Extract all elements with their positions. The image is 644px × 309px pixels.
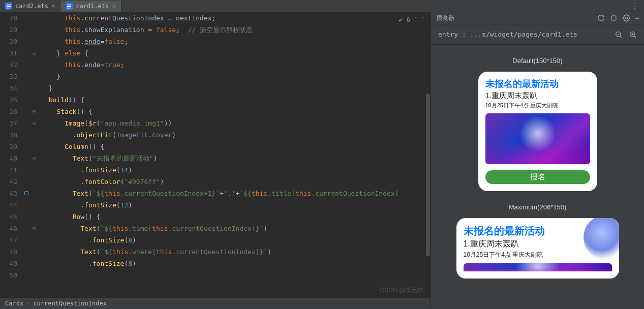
card-subtitle: 1.重庆周末轰趴 (464, 239, 612, 250)
tab-label: card1.ets (76, 3, 109, 10)
zoom-in-icon[interactable] (629, 30, 637, 39)
check-icon: ✔ (399, 14, 403, 26)
editor-tab-bar: card2.ets × card1.ets × ⋮ (0, 0, 644, 12)
code-line[interactable]: .fontSize(8) (39, 258, 431, 269)
ets-file-icon (5, 3, 12, 10)
svg-point-8 (625, 17, 627, 19)
ets-file-icon (66, 3, 73, 10)
signup-button[interactable]: 报名 (485, 170, 590, 184)
preview-subheader: entry : ...s/widget/pages/card1.ets (431, 24, 644, 45)
svg-rect-2 (7, 6, 11, 7)
close-icon[interactable]: × (112, 3, 115, 10)
code-line[interactable]: Stack() { (39, 106, 431, 117)
tab-label: card2.ets (15, 3, 48, 10)
card-meta: 10月25日下午4点 重庆大剧院 (485, 102, 590, 109)
code-area[interactable]: 2829303132333435363738394041424344454647… (0, 12, 431, 297)
code-line[interactable]: .fontSize(12) (39, 199, 431, 211)
preview-panel: 预览器 — entry : ...s/widget/pages/card1.et… (431, 12, 644, 309)
code-line[interactable]: Text("未报名的最新活动") (39, 152, 431, 164)
breakpoint-column[interactable] (23, 12, 29, 297)
code-line[interactable]: this.ende=true; (39, 59, 431, 71)
breadcrumb-leaf[interactable]: currentQuestionIndex (33, 300, 107, 307)
breadcrumb[interactable]: Cardx › currentQuestionIndex (0, 297, 431, 309)
card-subtitle: 1.重庆周末轰趴 (485, 91, 590, 101)
svg-rect-7 (67, 8, 70, 9)
code-line[interactable]: } (39, 71, 431, 82)
code-line[interactable]: .fontColor("#0076ff") (39, 176, 431, 188)
preview-entry: entry : ...s/widget/pages/card1.ets (438, 30, 608, 38)
svg-rect-1 (7, 5, 11, 6)
code-line[interactable]: this.ende=false; (39, 36, 431, 47)
refresh-icon[interactable] (597, 14, 605, 22)
gutter[interactable]: 2829303132333435363738394041424344454647… (0, 12, 23, 297)
code-line[interactable]: .fontSize(14) (39, 164, 431, 176)
card-meta: 10月25日下午4点 重庆大剧院 (464, 251, 612, 259)
code-lines[interactable]: this.currentQuestionIndex = nextIndex; t… (39, 12, 431, 297)
preview-title: 预览器 (436, 14, 592, 22)
tab-card1[interactable]: card1.ets × (60, 1, 121, 12)
gear-icon[interactable] (623, 14, 630, 22)
code-line[interactable]: Text(`${this.currentQuestionIndex+1}`+'.… (39, 188, 431, 199)
chevron-down-icon[interactable]: ˅ (421, 14, 424, 26)
code-line[interactable]: Text(`${this.where[this.currentQuestionI… (39, 246, 431, 258)
svg-rect-3 (7, 8, 9, 9)
code-line[interactable]: Row() { (39, 211, 431, 223)
preview-card[interactable]: 未报名的最新活动1.重庆周末轰趴10月25日下午4点 重庆大剧院报名 (478, 72, 597, 191)
svg-rect-6 (67, 6, 71, 7)
layout-icon[interactable] (610, 14, 618, 22)
watermark: CSDN @李元静 (380, 286, 423, 295)
zoom-out-icon[interactable] (615, 30, 623, 39)
code-line[interactable]: Image($r("app.media.img1")) (39, 117, 431, 129)
code-line[interactable]: .objectFit(ImageFit.Cover) (39, 129, 431, 141)
close-icon[interactable]: × (51, 3, 55, 10)
main-row: 2829303132333435363738394041424344454647… (0, 12, 644, 309)
breadcrumb-root[interactable]: Cardx (5, 300, 23, 307)
code-line[interactable]: Text(`${this.time[this.currentQuestionIn… (39, 223, 431, 234)
card-image (464, 263, 612, 271)
fold-column[interactable]: ⊟⊟⊟⊟⊟ (29, 12, 39, 297)
chevron-up-icon[interactable]: ˄ (414, 14, 417, 26)
preview-size-label: Maximum(206*150) (431, 203, 644, 211)
code-line[interactable]: this.showExplanation = false; // 清空显示解析状… (39, 24, 431, 36)
tab-overflow-icon[interactable]: ⋮ (626, 1, 644, 11)
preview-card[interactable]: 未报名的最新活动1.重庆周末轰趴10月25日下午4点 重庆大剧院 (456, 218, 619, 279)
code-line[interactable]: build() { (39, 94, 431, 106)
minimize-icon[interactable]: — (635, 15, 639, 22)
code-line[interactable]: Column() { (39, 141, 431, 152)
card-title: 未报名的最新活动 (464, 224, 612, 238)
problems-count[interactable]: 6 (407, 14, 410, 26)
code-line[interactable]: } else { (39, 47, 431, 59)
code-indicators: ✔ 6 ˄ ˅ (399, 14, 424, 26)
card-title: 未报名的最新活动 (485, 78, 590, 90)
svg-rect-5 (67, 5, 71, 6)
editor-scrollbar[interactable] (425, 12, 431, 297)
preview-body[interactable]: Default(150*150)未报名的最新活动1.重庆周末轰趴10月25日下午… (431, 45, 644, 309)
card-image (485, 113, 590, 164)
scrollbar-thumb[interactable] (426, 94, 430, 256)
tab-card2[interactable]: card2.ets × (0, 1, 60, 12)
preview-size-label: Default(150*150) (431, 57, 644, 65)
code-line[interactable]: .fontSize(8) (39, 234, 431, 246)
code-line[interactable]: } (39, 82, 431, 94)
code-line[interactable]: this.currentQuestionIndex = nextIndex; (39, 12, 431, 24)
preview-header: 预览器 — (431, 12, 644, 24)
editor-panel: 2829303132333435363738394041424344454647… (0, 12, 431, 309)
chevron-right-icon: › (26, 300, 30, 307)
